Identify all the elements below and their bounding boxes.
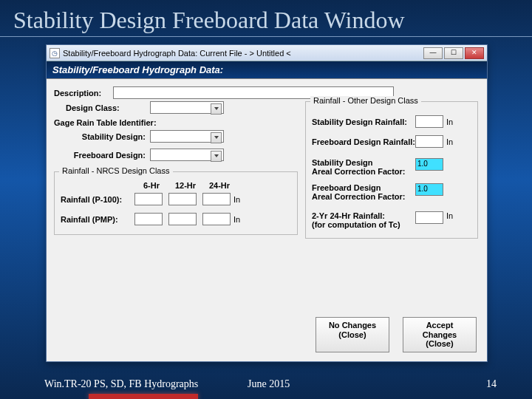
maximize-button[interactable]: ☐ [444, 47, 463, 59]
nrcs-group-title: Rainfall - NRCS Design Class [59, 166, 173, 175]
fb-rain-unit: In [446, 137, 453, 146]
stability-rain-label: Stability Design Rainfall: [312, 117, 415, 126]
footer-right: 14 [486, 378, 497, 390]
fb-areal-input[interactable]: 1.0 [415, 183, 443, 196]
freeboard-rain-input[interactable] [415, 135, 443, 148]
freeboard-design-select[interactable] [150, 149, 224, 161]
dialog-window: ◷ Stability/Freeboard Hydrograph Data: C… [46, 44, 488, 362]
two-yr-input[interactable] [415, 211, 443, 224]
no-changes-button[interactable]: No Changes (Close) [316, 317, 389, 352]
freeboard-design-label: Freeboard Design: [54, 151, 150, 160]
stab-areal-label: Stability Design Areal Correction Factor… [312, 158, 415, 176]
two-yr-label: 2-Yr 24-Hr Rainfall: (for computation of… [312, 211, 415, 229]
two-yr-unit: In [446, 211, 453, 220]
stability-design-select[interactable] [150, 130, 224, 143]
pmp-24hr-input[interactable] [202, 213, 231, 225]
close-button[interactable]: ✕ [465, 47, 484, 59]
stability-design-label: Stability Design: [54, 132, 150, 141]
design-class-label: Design Class: [54, 103, 150, 112]
p100-12hr-input[interactable] [168, 193, 197, 205]
accept-changes-button[interactable]: Accept Changes (Close) [403, 317, 477, 352]
p100-24hr-input[interactable] [202, 193, 231, 205]
slide-footer: Win.TR-20 PS, SD, FB Hydrographs June 20… [0, 371, 532, 399]
design-class-select[interactable] [150, 101, 224, 114]
p100-6hr-input[interactable] [134, 193, 163, 205]
pmp-6hr-input[interactable] [134, 213, 163, 225]
freeboard-rain-label: Freeboard Design Rainfall: [312, 137, 415, 146]
window-titlebar: ◷ Stability/Freeboard Hydrograph Data: C… [47, 45, 487, 61]
pmp-12hr-input[interactable] [168, 213, 197, 225]
description-label: Description: [54, 89, 113, 98]
rainfall-p100-label: Rainfall (P-100): [61, 195, 134, 204]
minimize-button[interactable]: — [423, 47, 443, 59]
footer-accent-bar [89, 394, 198, 399]
col-6hr-label: 6-Hr [134, 181, 168, 190]
stability-rain-input[interactable] [415, 115, 443, 128]
col-12hr-label: 12-Hr [168, 181, 202, 190]
footer-left: Win.TR-20 PS, SD, FB Hydrographs [44, 378, 198, 390]
stab-areal-input[interactable]: 1.0 [415, 158, 443, 171]
other-group-title: Rainfall - Other Design Class [310, 96, 421, 105]
window-banner: Stability/Freeboard Hydrograph Data: [47, 61, 487, 79]
fb-areal-label: Freeboard Design Areal Correction Factor… [312, 183, 415, 201]
col-24hr-label: 24-Hr [202, 181, 236, 190]
window-title: Stability/Freeboard Hydrograph Data: Cur… [63, 49, 423, 58]
slide-title: Stability Design Freeboard Data Window [0, 0, 532, 37]
banner-text: Stability/Freeboard Hydrograph Data: [52, 64, 223, 75]
stab-rain-unit: In [446, 117, 453, 126]
gage-rain-label: Gage Rain Table Identifier: [54, 118, 165, 127]
rainfall-pmp-label: Rainfall (PMP): [61, 215, 134, 224]
footer-mid: June 2015 [248, 378, 290, 390]
p100-unit: In [233, 195, 240, 204]
pmp-unit: In [233, 215, 240, 224]
app-icon: ◷ [50, 48, 60, 58]
